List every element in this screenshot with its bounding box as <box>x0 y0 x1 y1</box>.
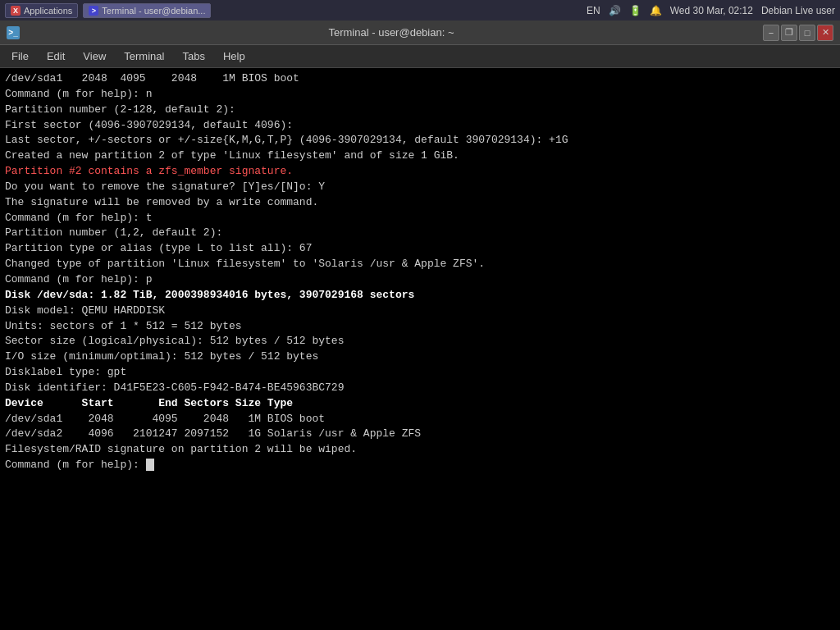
terminal-title: Terminal - user@debian: ~ <box>20 26 763 39</box>
applications-taskbar-item[interactable]: X Applications <box>5 3 78 18</box>
terminal-line: Partition number (1,2, default 2): <box>5 226 835 241</box>
system-bar-right: EN 🔊 🔋 🔔 Wed 30 Mar, 02:12 Debian Live u… <box>587 5 835 16</box>
terminal-line: /dev/sda1 2048 4095 2048 1M BIOS boot <box>5 71 835 87</box>
terminal-line: Command (m for help): <box>5 458 835 473</box>
menu-bar: FileEditViewTerminalTabsHelp <box>0 45 840 68</box>
terminal-line: Disk identifier: D41F5E23-C605-F942-B474… <box>5 381 835 396</box>
apps-label: Applications <box>24 6 72 16</box>
system-bar-left: X Applications > Terminal - user@debian.… <box>5 3 583 18</box>
keyboard-layout: EN <box>587 5 600 16</box>
menu-edit[interactable]: Edit <box>39 47 73 66</box>
apps-icon: X <box>11 6 21 16</box>
terminal-line: /dev/sda2 4096 2101247 2097152 1G Solari… <box>5 427 835 442</box>
system-bar: X Applications > Terminal - user@debian.… <box>0 0 840 21</box>
minimize-button[interactable]: − <box>763 25 779 41</box>
terminal-line: Changed type of partition 'Linux filesys… <box>5 257 835 272</box>
menu-help[interactable]: Help <box>215 47 253 66</box>
cursor <box>146 459 154 471</box>
terminal-line: Partition number (2-128, default 2): <box>5 103 835 118</box>
titlebar-left: >_ <box>7 26 20 39</box>
terminal-line: Partition type or alias (type L to list … <box>5 241 835 257</box>
terminal-line: Filesystem/RAID signature on partition 2… <box>5 442 835 458</box>
volume-icon: 🔊 <box>609 5 621 16</box>
terminal-titlebar: >_ Terminal - user@debian: ~ − ❐ □ ✕ <box>0 21 840 45</box>
terminal-line: Units: sectors of 1 * 512 = 512 bytes <box>5 319 835 335</box>
terminal-line: First sector (4096-3907029134, default 4… <box>5 118 835 134</box>
window-controls: − ❐ □ ✕ <box>763 25 833 41</box>
terminal-line: Disklabel type: gpt <box>5 365 835 381</box>
terminal-window-icon: >_ <box>7 26 20 39</box>
menu-view[interactable]: View <box>75 47 114 66</box>
menu-tabs[interactable]: Tabs <box>174 47 212 66</box>
terminal-line: Do you want to remove the signature? [Y]… <box>5 180 835 195</box>
terminal-line: Disk model: QEMU HARDDISK <box>5 304 835 319</box>
battery-icon: 🔋 <box>629 5 641 16</box>
maximize-button[interactable]: ❐ <box>781 25 797 41</box>
terminal-line: Command (m for help): n <box>5 87 835 103</box>
terminal-line: Disk /dev/sda: 1.82 TiB, 2000398934016 b… <box>5 288 835 304</box>
terminal-window: >_ Terminal - user@debian: ~ − ❐ □ ✕ Fil… <box>0 21 840 630</box>
terminal-line: Device Start End Sectors Size Type <box>5 396 835 412</box>
terminal-line: I/O size (minimum/optimal): 512 bytes / … <box>5 349 835 365</box>
close-button[interactable]: ✕ <box>817 25 833 41</box>
menu-terminal[interactable]: Terminal <box>116 47 172 66</box>
terminal-line: The signature will be removed by a write… <box>5 195 835 211</box>
restore-button[interactable]: □ <box>799 25 815 41</box>
terminal-line: Partition #2 contains a zfs_member signa… <box>5 164 835 180</box>
terminal-content[interactable]: /dev/sda1 2048 4095 2048 1M BIOS boot Co… <box>0 68 840 630</box>
datetime: Wed 30 Mar, 02:12 <box>670 5 753 16</box>
terminal-taskbar-label: Terminal - user@debian... <box>102 6 205 16</box>
username: Debian Live user <box>761 5 835 16</box>
terminal-icon: > <box>89 6 98 16</box>
terminal-line: Command (m for help): p <box>5 272 835 288</box>
terminal-line: Sector size (logical/physical): 512 byte… <box>5 334 835 349</box>
terminal-line: /dev/sda1 2048 4095 2048 1M BIOS boot <box>5 412 835 427</box>
terminal-line: Created a new partition 2 of type 'Linux… <box>5 148 835 164</box>
terminal-line: Last sector, +/-sectors or +/-size{K,M,G… <box>5 133 835 148</box>
menu-file[interactable]: File <box>3 47 37 66</box>
terminal-line: Command (m for help): t <box>5 211 835 226</box>
terminal-taskbar-item[interactable]: > Terminal - user@debian... <box>83 3 211 18</box>
notification-icon: 🔔 <box>650 5 662 16</box>
